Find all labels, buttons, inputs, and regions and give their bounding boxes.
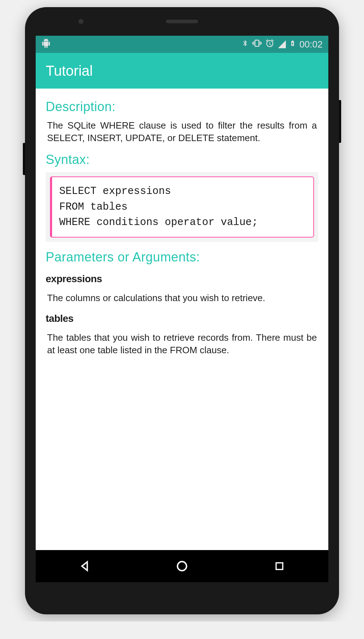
svg-rect-1 xyxy=(276,563,283,570)
status-left xyxy=(41,39,51,50)
nav-bar xyxy=(36,550,328,582)
signal-icon xyxy=(278,40,286,48)
description-text: The SQLite WHERE clause is used to filte… xyxy=(46,119,318,144)
speaker-grille xyxy=(166,20,198,23)
content-scroll[interactable]: Description: The SQLite WHERE clause is … xyxy=(36,89,328,550)
param-desc: The tables that you wish to retrieve rec… xyxy=(46,331,318,356)
param-desc: The columns or calculations that you wis… xyxy=(46,292,318,304)
vibrate-icon xyxy=(252,39,262,50)
param-name: expressions xyxy=(46,273,318,285)
android-debug-icon xyxy=(41,39,51,50)
alarm-icon xyxy=(265,39,274,50)
power-button xyxy=(339,100,341,143)
bluetooth-icon xyxy=(242,39,249,50)
status-time: 00:02 xyxy=(299,39,323,50)
syntax-code: SELECT expressions FROM tables WHERE con… xyxy=(50,176,314,238)
code-block-container: SELECT expressions FROM tables WHERE con… xyxy=(46,172,318,242)
recents-button[interactable] xyxy=(260,554,299,579)
app-title: Tutorial xyxy=(46,63,93,79)
description-heading: Description: xyxy=(46,99,318,114)
back-button[interactable] xyxy=(65,554,104,579)
status-right: 00:02 xyxy=(242,39,323,50)
params-heading: Parameters or Arguments: xyxy=(46,250,318,265)
volume-button xyxy=(23,143,25,175)
svg-point-0 xyxy=(177,561,186,570)
home-button[interactable] xyxy=(162,554,202,579)
status-bar: 00:02 xyxy=(36,36,328,53)
phone-frame: 00:02 Tutorial Description: The SQLite W… xyxy=(25,7,339,614)
camera-dot xyxy=(79,19,84,24)
syntax-heading: Syntax: xyxy=(46,152,318,167)
phone-top-hardware xyxy=(25,7,339,36)
battery-icon xyxy=(289,39,296,50)
app-bar: Tutorial xyxy=(36,53,328,89)
param-name: tables xyxy=(46,313,318,324)
screen: 00:02 Tutorial Description: The SQLite W… xyxy=(36,36,328,582)
